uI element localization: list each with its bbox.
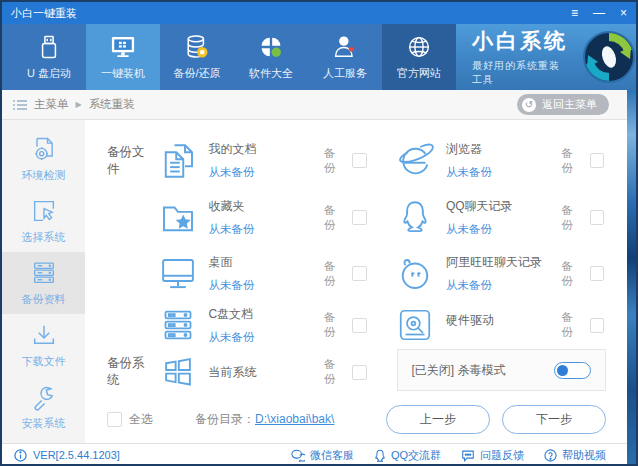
statusbar-link-label: 微信客服 [310, 448, 354, 463]
backup-checkbox[interactable] [590, 153, 604, 168]
nav-label: U 盘启动 [27, 66, 71, 81]
usb-icon [35, 33, 63, 61]
backup-checkbox[interactable] [352, 266, 366, 281]
backup-label: 备份 [561, 203, 582, 233]
item-status-link[interactable]: 从未备份 [446, 165, 561, 180]
backup-label: 备份 [561, 146, 582, 176]
qq-icon [374, 449, 386, 462]
backup-dir-label: 备份目录： [195, 412, 255, 426]
select-all-label: 全选 [129, 411, 153, 428]
help-icon [544, 449, 557, 462]
documents-icon [155, 140, 200, 182]
spacer [85, 246, 155, 301]
sidebar-item-label: 选择系统 [22, 230, 66, 245]
prev-step-button[interactable]: 上一步 [386, 405, 490, 434]
folder-star-icon [155, 197, 200, 239]
backup-item-wangwang-chat: 阿里旺旺聊天记录 从未备份 备份 [393, 246, 637, 301]
statusbar: VER[2.5.44.1203] 微信客服 QQ交流群 [2, 443, 636, 466]
app-window: 小白一键重装 ≡ — × U 盘启动 [0, 0, 638, 466]
window-frame-art [627, 90, 636, 464]
item-status-link[interactable]: 从未备份 [446, 278, 561, 293]
wechat-support-link[interactable]: 微信客服 [291, 448, 354, 463]
select-all-checkbox[interactable] [107, 412, 122, 427]
database-icon [182, 33, 212, 61]
sidebar-item-install-system[interactable]: 安装系统 [2, 376, 85, 438]
item-title: 硬件驱动 [446, 312, 561, 329]
antivirus-mode-label: [已关闭] 杀毒模式 [412, 362, 506, 379]
next-step-button[interactable]: 下一步 [502, 405, 606, 434]
feedback-link[interactable]: 问题反馈 [461, 448, 524, 463]
globe-icon [405, 33, 433, 61]
statusbar-link-label: 问题反馈 [480, 448, 524, 463]
backup-checkbox[interactable] [590, 266, 604, 281]
item-title: 当前系统 [208, 364, 323, 381]
nav-backup-restore[interactable]: 备份/还原 [160, 24, 234, 90]
backup-item-hardware-drivers: 硬件驱动 备份 [393, 301, 637, 349]
backup-checkbox[interactable] [590, 210, 604, 225]
wangwang-icon [393, 253, 438, 295]
backup-checkbox[interactable] [352, 365, 366, 380]
item-status-link[interactable]: 从未备份 [446, 222, 561, 237]
item-status-link[interactable]: 从未备份 [208, 330, 323, 345]
item-status-link [446, 336, 561, 338]
sidebar-item-label: 环境检测 [22, 168, 66, 183]
backup-checkbox[interactable] [352, 153, 366, 168]
item-status-link[interactable]: 从未备份 [208, 165, 323, 180]
backup-label: 备份 [324, 259, 345, 289]
qq-group-link[interactable]: QQ交流群 [374, 448, 441, 463]
item-title: 桌面 [208, 254, 323, 271]
antivirus-toggle[interactable] [554, 362, 591, 379]
breadcrumb-current: 系统重装 [89, 97, 135, 112]
backup-item-qq-chat: QQ聊天记录 从未备份 备份 [393, 189, 637, 246]
item-title: 浏览器 [446, 141, 561, 158]
nav-official-site[interactable]: 官方网站 [382, 24, 456, 90]
backup-label: 备份 [561, 310, 582, 340]
item-title: C盘文档 [208, 306, 323, 323]
wrench-icon [30, 383, 58, 411]
close-icon[interactable]: × [620, 7, 627, 19]
return-main-menu-button[interactable]: ↺ 返回主菜单 [517, 94, 609, 115]
desktop-monitor-icon [155, 253, 200, 295]
backup-item-my-documents: 我的文档 从未备份 备份 [155, 132, 393, 189]
item-status-link[interactable]: 从未备份 [208, 222, 323, 237]
backup-item-c-drive-docs: C盘文档 从未备份 备份 [155, 301, 393, 349]
back-button-label: 返回主菜单 [542, 97, 597, 112]
sidebar-item-download-files[interactable]: 下载文件 [2, 314, 85, 376]
apps-icon [257, 33, 285, 61]
brand-area: 小白系统 最好用的系统重装工具 [456, 24, 636, 90]
back-arrow-icon: ↺ [522, 98, 536, 112]
minimize-icon[interactable]: — [593, 7, 605, 19]
nav-usb-boot[interactable]: U 盘启动 [12, 24, 86, 90]
brand-subtitle: 最好用的系统重装工具 [472, 59, 570, 87]
sidebar-item-env-check[interactable]: 环境检测 [2, 128, 85, 190]
sidebar-item-backup-data[interactable]: 备份资料 [2, 252, 85, 314]
item-title: QQ聊天记录 [446, 198, 561, 215]
sidebar-item-label: 下载文件 [22, 354, 66, 369]
nav-software-center[interactable]: 软件大全 [234, 24, 308, 90]
nav-human-service[interactable]: 人工服务 [308, 24, 382, 90]
breadcrumb-root[interactable]: 主菜单 [34, 97, 69, 112]
backup-label: 备份 [324, 357, 345, 387]
backup-checkbox[interactable] [352, 318, 366, 333]
backup-label: 备份 [561, 259, 582, 289]
browser-icon [393, 140, 438, 182]
backup-files-section-label: 备份文件 [85, 132, 155, 189]
item-status-link[interactable]: 从未备份 [208, 278, 323, 293]
drive-rack-icon [155, 305, 200, 345]
nav-one-click-install[interactable]: 一键装机 [86, 24, 160, 90]
nav-label: 软件大全 [249, 66, 293, 81]
sidebar-item-select-system[interactable]: 选择系统 [2, 190, 85, 252]
download-icon [30, 321, 58, 349]
backup-item-favorites: 收藏夹 从未备份 备份 [155, 189, 393, 246]
cursor-select-icon [30, 197, 58, 225]
backup-label: 备份 [324, 310, 345, 340]
backup-dir-link[interactable]: D:\xiaobai\bak\ [255, 412, 334, 426]
server-stack-icon [30, 259, 58, 287]
nav-label: 人工服务 [323, 66, 367, 81]
backup-checkbox[interactable] [352, 210, 366, 225]
backup-checkbox[interactable] [590, 318, 604, 333]
backup-label: 备份 [324, 146, 345, 176]
env-check-icon [30, 135, 58, 163]
help-video-link[interactable]: 帮助视频 [544, 448, 606, 463]
menu-icon[interactable]: ≡ [571, 7, 578, 19]
